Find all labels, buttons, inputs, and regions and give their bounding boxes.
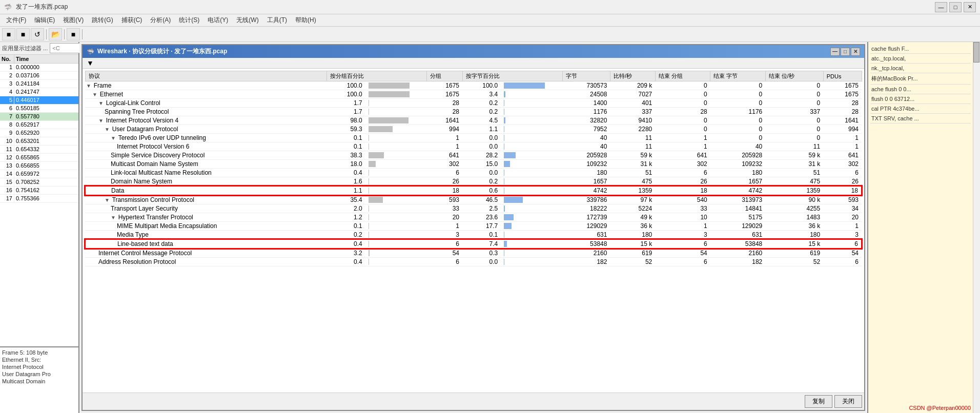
pct-bytes: 0.0 — [462, 169, 501, 177]
menu-item-捕获C[interactable]: 捕获(C) — [117, 15, 147, 26]
table-row[interactable]: ▼ Internet Protocol Version 498.016414.5… — [85, 116, 862, 125]
col-header-protocol[interactable]: 协议 — [85, 71, 327, 81]
menu-item-统计S[interactable]: 统计(S) — [175, 15, 203, 26]
packet-row[interactable]: 70.557780 — [0, 113, 78, 121]
table-row[interactable]: Data1.1180.647421359184742135918 — [85, 186, 862, 195]
table-row[interactable]: Spanning Tree Protocol1.7280.21176337281… — [85, 108, 862, 116]
packet-row[interactable]: 130.656855 — [0, 162, 78, 170]
expand-arrow[interactable]: ▼ — [98, 118, 105, 123]
packets-count: 994 — [427, 125, 462, 134]
packet-row[interactable]: 80.652917 — [0, 121, 78, 129]
menu-item-跳转G[interactable]: 跳转(G) — [88, 15, 117, 26]
bar-bytes — [501, 222, 562, 231]
col-header-end-bytes[interactable]: 结束 字节 — [710, 71, 766, 81]
table-row[interactable]: Link-local Multicast Name Resolution0.46… — [85, 169, 862, 177]
table-row[interactable]: ▼ Logical-Link Control1.7280.21400401000… — [85, 99, 862, 108]
menu-item-帮助H[interactable]: 帮助(H) — [291, 15, 320, 26]
table-row[interactable]: Multicast Domain Name System18.030215.01… — [85, 160, 862, 169]
close-button[interactable]: ✕ — [964, 2, 976, 12]
minimize-button[interactable]: — — [935, 2, 947, 12]
expand-arrow[interactable]: ▼ — [111, 215, 117, 220]
protocol-name: Domain Name System — [85, 177, 327, 187]
col-header-pdus[interactable]: PDUs — [823, 71, 862, 81]
menu-item-编辑E[interactable]: 编辑(E) — [30, 15, 59, 26]
expand-arrow[interactable]: ▼ — [98, 100, 105, 106]
expand-collapse-arrow[interactable]: ▼ — [87, 59, 94, 67]
col-header-end-bps[interactable]: 结束 位/秒 — [765, 71, 823, 81]
table-row[interactable]: Internet Control Message Protocol3.2540.… — [85, 249, 862, 258]
packet-row[interactable]: 150.708252 — [0, 178, 78, 187]
expand-arrow[interactable]: ▼ — [105, 127, 111, 132]
toolbar-btn-3[interactable]: ↺ — [31, 28, 44, 40]
packet-no: 15 — [0, 178, 14, 186]
col-header-end-packets[interactable]: 结束 分组 — [655, 71, 710, 81]
packet-row[interactable]: 60.550185 — [0, 105, 78, 113]
table-row[interactable]: ▼ Teredo IPv6 over UDP tunneling0.110.04… — [85, 134, 862, 142]
table-row[interactable]: ▼ Transmission Control Protocol35.459346… — [85, 195, 862, 204]
packet-row[interactable]: 110.654332 — [0, 146, 78, 154]
menu-item-分析A[interactable]: 分析(A) — [146, 15, 175, 26]
menu-item-无线W[interactable]: 无线(W) — [232, 15, 262, 26]
stats-minimize[interactable]: — — [830, 48, 840, 56]
packets-count: 20 — [427, 213, 462, 222]
table-row[interactable]: ▼ Hypertext Transfer Protocol1.22023.617… — [85, 213, 862, 222]
packet-row[interactable]: 160.754162 — [0, 187, 78, 195]
table-row[interactable]: ▼ User Datagram Protocol59.39941.1795222… — [85, 125, 862, 134]
close-stats-button[interactable]: 关闭 — [834, 395, 862, 408]
menu-item-文件F[interactable]: 文件(F) — [2, 15, 30, 26]
col-header-packets[interactable]: 分组 — [427, 71, 462, 81]
packet-row[interactable]: 20.037106 — [0, 72, 78, 80]
pct-packets: 2.0 — [327, 204, 365, 213]
col-header-bytes[interactable]: 字节 — [562, 71, 610, 81]
packet-row[interactable]: 90.652920 — [0, 129, 78, 137]
packet-row[interactable]: 140.659972 — [0, 170, 78, 178]
end-packets: 6 — [655, 239, 710, 249]
table-row[interactable]: MIME Multipart Media Encapsulation0.1117… — [85, 222, 862, 231]
packet-row[interactable]: 120.655865 — [0, 154, 78, 162]
col-header-pct-bytes[interactable]: 按字节百分比 — [462, 71, 562, 81]
bar-bytes — [501, 81, 562, 90]
col-header-pct-packets[interactable]: 按分组百分比 — [327, 71, 427, 81]
menu-item-电话Y[interactable]: 电话(Y) — [203, 15, 232, 26]
expand-arrow[interactable]: ▼ — [111, 135, 117, 141]
expand-arrow[interactable]: ▼ — [92, 92, 99, 97]
toolbar-btn-1[interactable]: ■ — [2, 28, 15, 40]
packet-row[interactable]: 40.241747 — [0, 88, 78, 96]
packet-row[interactable]: 30.241184 — [0, 80, 78, 88]
pct-bytes: 0.2 — [462, 99, 501, 108]
expand-arrow[interactable]: ▼ — [105, 197, 111, 203]
pct-packets: 0.4 — [327, 239, 365, 249]
filter-bar: 应用显示过滤器 ... — [0, 42, 78, 55]
table-row[interactable]: Domain Name System1.6260.216574752616574… — [85, 177, 862, 187]
bar-bytes — [501, 160, 562, 169]
bar-bytes — [501, 99, 562, 108]
table-row[interactable]: Transport Layer Security2.0332.518222522… — [85, 204, 862, 213]
table-row[interactable]: Address Resolution Protocol0.460.0182526… — [85, 258, 862, 266]
toolbar-btn-4[interactable]: 📂 — [49, 28, 62, 40]
expand-arrow[interactable]: ▼ — [86, 83, 93, 89]
table-row[interactable]: Line-based text data0.467.45384815 k6538… — [85, 239, 862, 249]
packet-row[interactable]: 50.446017 — [0, 96, 78, 105]
pdus-count: 6 — [823, 239, 862, 249]
protocol-name: Internet Control Message Protocol — [85, 249, 327, 258]
table-row[interactable]: ▼ Frame100.01675100.0730573209 k0001675 — [85, 81, 862, 90]
table-row[interactable]: Internet Protocol Version 60.110.0401114… — [85, 142, 862, 151]
packet-row[interactable]: 10.000000 — [0, 64, 78, 72]
toolbar-btn-2[interactable]: ■ — [16, 28, 30, 40]
bytes-count: 631 — [562, 231, 610, 240]
packet-row[interactable]: 170.755366 — [0, 195, 78, 203]
menu-item-视图V[interactable]: 视图(V) — [59, 15, 88, 26]
menu-item-工具T[interactable]: 工具(T) — [263, 15, 291, 26]
copy-button[interactable]: 复制 — [805, 395, 832, 408]
packet-row[interactable]: 100.653201 — [0, 137, 78, 146]
stats-close[interactable]: ✕ — [851, 48, 860, 56]
maximize-button[interactable]: □ — [949, 2, 962, 12]
table-row[interactable]: Media Type0.230.163118036311803 — [85, 231, 862, 240]
stats-maximize[interactable]: □ — [841, 48, 850, 56]
col-header-bps[interactable]: 比特/秒 — [610, 71, 655, 81]
table-row[interactable]: Simple Service Discovery Protocol38.3641… — [85, 151, 862, 160]
packet-no: 6 — [0, 105, 14, 112]
toolbar-btn-5[interactable]: ■ — [67, 28, 80, 40]
bar-bytes — [501, 258, 562, 266]
table-row[interactable]: ▼ Ethernet100.016753.42450870270001675 — [85, 90, 862, 99]
